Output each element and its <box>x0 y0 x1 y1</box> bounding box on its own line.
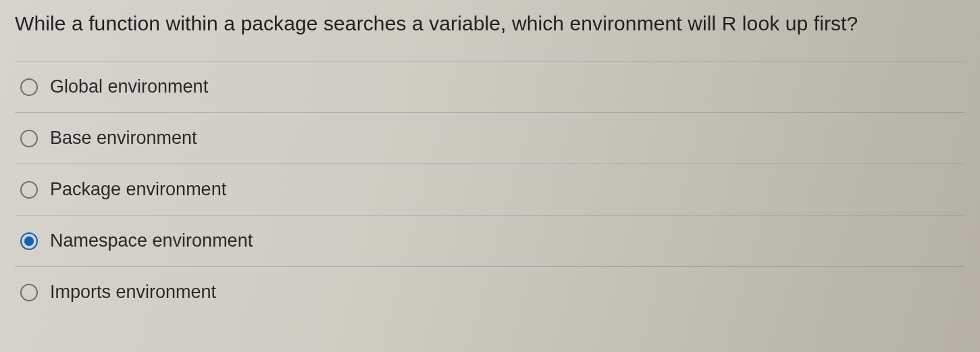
option-label: Package environment <box>50 179 226 200</box>
option-label: Base environment <box>50 128 197 149</box>
radio-icon[interactable] <box>20 181 38 199</box>
option-label: Imports environment <box>50 282 216 303</box>
option-global-environment[interactable]: Global environment <box>15 61 965 112</box>
radio-icon[interactable] <box>20 232 38 250</box>
option-namespace-environment[interactable]: Namespace environment <box>15 215 965 266</box>
option-base-environment[interactable]: Base environment <box>15 112 965 164</box>
options-list: Global environment Base environment Pack… <box>15 61 965 318</box>
quiz-container: While a function within a package search… <box>0 0 980 352</box>
question-text: While a function within a package search… <box>15 12 965 35</box>
radio-icon[interactable] <box>20 130 38 147</box>
option-package-environment[interactable]: Package environment <box>15 164 965 215</box>
radio-icon[interactable] <box>20 78 38 96</box>
option-label: Global environment <box>50 76 208 97</box>
radio-icon[interactable] <box>20 284 38 301</box>
option-label: Namespace environment <box>50 230 253 251</box>
option-imports-environment[interactable]: Imports environment <box>15 266 965 318</box>
